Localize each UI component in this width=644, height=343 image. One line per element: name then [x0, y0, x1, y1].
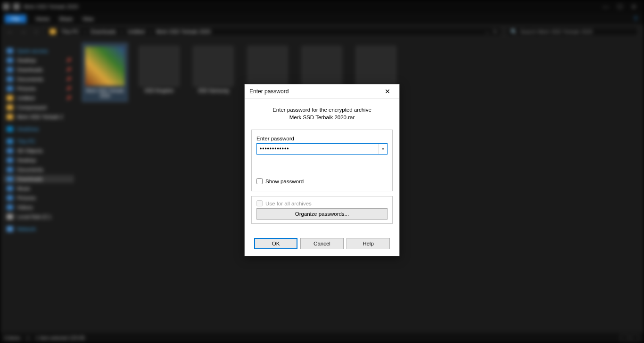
- image-icon: [356, 46, 396, 86]
- dialog-buttons: OK Cancel Help: [245, 233, 399, 256]
- password-dialog: Enter password ✕ Enter password for the …: [244, 84, 400, 256]
- ribbon-file-tab[interactable]: File: [5, 15, 26, 23]
- statusbar: 6 items | 1 item selected 129 KB: [0, 333, 644, 343]
- file-thumb[interactable]: SSD Samsung: [191, 43, 236, 96]
- breadcrumb-part[interactable]: Downloads: [91, 29, 116, 34]
- documents-icon: [7, 76, 13, 82]
- sidebar-item-documents2[interactable]: Documents: [4, 166, 74, 173]
- sidebar-item-downloads[interactable]: Downloads📌: [4, 66, 74, 74]
- dialog-titlebar[interactable]: Enter password ✕: [245, 84, 399, 98]
- pin-icon: 📌: [66, 96, 71, 100]
- image-icon: [302, 46, 342, 86]
- maximize-icon[interactable]: ☐: [617, 3, 623, 10]
- pin-icon: 📌: [66, 77, 71, 82]
- breadcrumb-part[interactable]: Untitled: [127, 29, 145, 34]
- folder-icon: [50, 29, 56, 34]
- breadcrumb-part[interactable]: Merk SSD Terbaik 2020: [156, 29, 211, 34]
- file-thumb[interactable]: SSD Kingston: [137, 43, 182, 96]
- sidebar-item-music[interactable]: Music: [4, 185, 74, 192]
- titlebar: Merk SSD Terbaik 2020 — ☐ ✕: [0, 0, 644, 13]
- nav-back-icon[interactable]: ←: [6, 27, 14, 36]
- sidebar-network[interactable]: Network: [4, 225, 74, 233]
- ribbon-tab-view[interactable]: View: [82, 16, 93, 22]
- folder-icon: [7, 105, 13, 110]
- image-icon: [248, 46, 288, 86]
- star-icon: [7, 48, 13, 54]
- sidebar-item-merk-ssd[interactable]: Merk SSD Terbaik 2: [4, 113, 74, 121]
- breadcrumb-part[interactable]: This PC: [61, 29, 79, 34]
- downloads-icon: [7, 176, 13, 182]
- sidebar-item-downloads2[interactable]: Downloads: [4, 175, 74, 183]
- show-password-input[interactable]: [256, 178, 263, 184]
- sidebar-item-pictures[interactable]: Pictures📌: [4, 85, 74, 92]
- pin-icon: 📌: [66, 58, 71, 63]
- image-icon: [193, 46, 233, 86]
- close-icon: ✕: [385, 88, 390, 95]
- view-details-icon[interactable]: [620, 335, 629, 341]
- sidebar-item-desktop2[interactable]: Desktop: [4, 156, 74, 164]
- pin-icon: 📌: [66, 67, 71, 72]
- ribbon-tab-share[interactable]: Share: [59, 16, 73, 22]
- sidebar-quick-access[interactable]: Quick access: [4, 47, 74, 55]
- sidebar-item-3dobjects[interactable]: 3D Objects: [4, 147, 74, 155]
- show-password-checkbox[interactable]: Show password: [256, 178, 388, 184]
- dialog-title: Enter password: [249, 88, 289, 95]
- ribbon: File Home Share View ?: [0, 13, 644, 24]
- sidebar: Quick access Desktop📌 Downloads📌 Documen…: [0, 39, 78, 331]
- organize-passwords-button[interactable]: Organize passwords...: [256, 208, 388, 220]
- folder-icon: [7, 95, 13, 101]
- view-thumbs-icon[interactable]: [631, 335, 639, 341]
- help-icon[interactable]: ?: [634, 15, 644, 23]
- password-label: Enter password: [256, 136, 388, 141]
- pc-icon: [7, 139, 13, 144]
- status-selection: 1 item selected 129 KB: [36, 335, 85, 341]
- nav-up-icon[interactable]: ↑: [32, 27, 41, 36]
- sidebar-onedrive[interactable]: OneDrive: [4, 125, 74, 133]
- sidebar-item-compressed[interactable]: Compressed: [4, 104, 74, 111]
- sidebar-item-desktop[interactable]: Desktop📌: [4, 57, 74, 64]
- cancel-button[interactable]: Cancel: [300, 238, 344, 249]
- help-button[interactable]: Help: [347, 238, 390, 249]
- sidebar-item-localdisk[interactable]: Local Disk (C:): [4, 213, 74, 220]
- close-icon[interactable]: ✕: [631, 3, 636, 10]
- use-all-checkbox: Use for all archives: [256, 200, 388, 206]
- breadcrumb[interactable]: This PC› Downloads› Untitled› Merk SSD T…: [45, 26, 502, 37]
- use-all-input: [256, 200, 263, 206]
- chevron-down-icon[interactable]: ⌄: [485, 29, 489, 35]
- file-thumb-rar[interactable]: Merk SSD Terbaik 2020: [83, 43, 127, 101]
- address-bar: ← → ↑ This PC› Downloads› Untitled› Merk…: [0, 24, 644, 39]
- sidebar-item-documents[interactable]: Documents📌: [4, 75, 74, 83]
- documents-icon: [7, 167, 13, 172]
- network-icon: [7, 226, 13, 232]
- downloads-icon: [7, 67, 13, 73]
- password-group: Enter password ▼ Show password: [251, 130, 393, 191]
- videos-icon: [7, 204, 13, 210]
- pin-icon: 📌: [66, 86, 71, 91]
- folder-icon: [7, 114, 13, 120]
- sidebar-this-pc[interactable]: This PC: [4, 138, 74, 145]
- desktop-icon: [7, 157, 13, 163]
- image-icon: [139, 46, 179, 86]
- dialog-message: Enter password for the encrypted archive…: [251, 106, 393, 121]
- rar-icon: [85, 46, 125, 86]
- chevron-down-icon: ▼: [381, 147, 385, 151]
- sidebar-item-pictures2[interactable]: Pictures: [4, 194, 74, 202]
- pictures-icon: [7, 86, 13, 91]
- ok-button[interactable]: OK: [254, 238, 297, 249]
- dialog-close-button[interactable]: ✕: [380, 86, 395, 97]
- sidebar-item-untitled[interactable]: Untitled📌: [4, 94, 74, 102]
- password-dropdown[interactable]: ▼: [379, 144, 387, 154]
- sidebar-item-videos[interactable]: Videos: [4, 204, 74, 211]
- ribbon-tab-home[interactable]: Home: [36, 16, 50, 22]
- onedrive-icon: [7, 126, 13, 132]
- 3dobjects-icon: [7, 148, 13, 154]
- desktop-icon: [7, 57, 13, 63]
- password-input[interactable]: [257, 144, 379, 154]
- minimize-icon[interactable]: —: [603, 3, 609, 10]
- disk-icon: [7, 214, 13, 220]
- nav-forward-icon[interactable]: →: [19, 27, 27, 36]
- app-icon: [13, 3, 20, 10]
- window-title: Merk SSD Terbaik 2020: [24, 4, 78, 9]
- search-input[interactable]: 🔍 Search Merk SSD Terbaik 2020: [506, 26, 638, 37]
- refresh-icon[interactable]: ↻: [493, 29, 497, 35]
